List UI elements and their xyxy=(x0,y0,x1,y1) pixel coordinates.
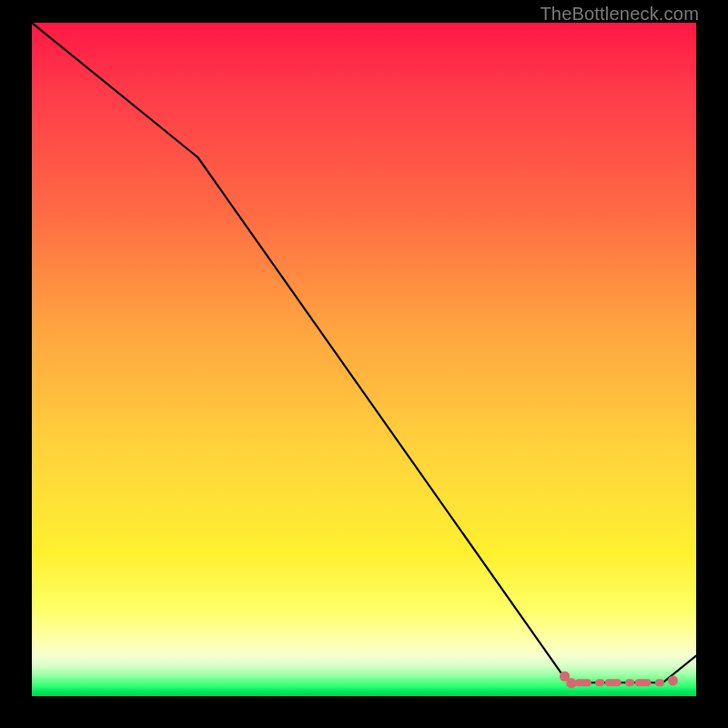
chart-area xyxy=(32,23,696,696)
svg-rect-3 xyxy=(595,679,604,686)
curve-markers xyxy=(560,672,678,688)
chart-svg xyxy=(32,23,696,696)
svg-rect-2 xyxy=(575,679,592,686)
svg-rect-7 xyxy=(655,679,664,686)
svg-rect-4 xyxy=(605,679,622,686)
svg-rect-6 xyxy=(635,679,652,686)
svg-point-8 xyxy=(668,675,678,685)
curve-line xyxy=(32,23,696,682)
stage: TheBottleneck.com xyxy=(0,0,728,728)
svg-rect-5 xyxy=(625,679,634,686)
watermark-text: TheBottleneck.com xyxy=(540,4,699,25)
svg-rect-1 xyxy=(566,678,576,688)
